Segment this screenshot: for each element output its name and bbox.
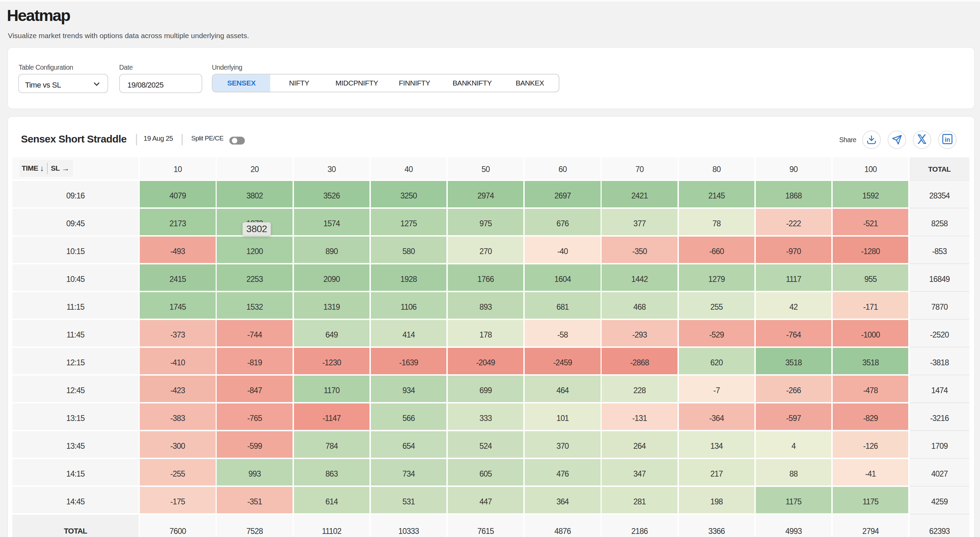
svg-text:in: in (945, 136, 950, 143)
